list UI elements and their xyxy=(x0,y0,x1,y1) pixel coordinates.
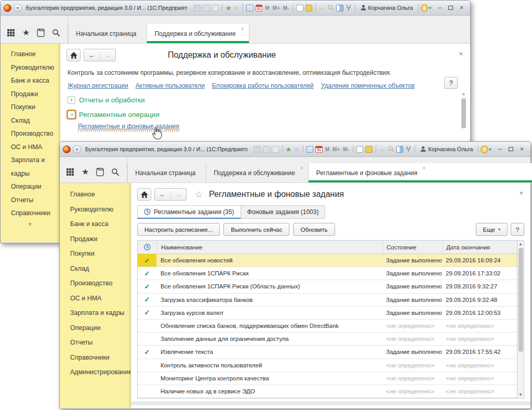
sidebar-item[interactable]: Руководителю xyxy=(1,61,60,75)
job-state-cell[interactable]: Задание выполнено xyxy=(383,297,443,303)
sidebar-item[interactable]: Администрирование xyxy=(60,365,130,380)
job-name-cell[interactable]: Все обновления 1СПАРК Риски (Область дан… xyxy=(156,283,383,289)
job-state-cell[interactable]: Задание выполнено xyxy=(383,257,443,263)
memory-m-button[interactable]: M xyxy=(325,147,330,152)
section-expand-button[interactable]: › xyxy=(68,96,75,104)
help-button[interactable]: ? xyxy=(511,223,524,236)
page-close-icon[interactable]: × xyxy=(459,50,463,58)
job-name-cell[interactable]: Контроль активности пользователей xyxy=(156,362,383,368)
sidebar-item[interactable]: Справочники xyxy=(60,350,130,365)
job-state-cell[interactable]: <не определено> xyxy=(383,362,443,368)
home-button[interactable] xyxy=(66,49,81,61)
window-tab[interactable]: Регламентные и фоновые задания × xyxy=(308,163,532,182)
job-date-cell[interactable]: <не определено> xyxy=(443,362,517,368)
main-menu-icon[interactable] xyxy=(66,167,74,177)
table-row[interactable]: ✓ Извлечение текста Задание выполнено 29… xyxy=(138,346,517,359)
memory-m-plus-button[interactable]: M+ xyxy=(332,147,340,152)
job-date-cell[interactable]: <не определено> xyxy=(443,323,517,329)
section-label[interactable]: Регламентные операции xyxy=(79,111,159,118)
refresh-button[interactable]: Обновить xyxy=(293,223,335,236)
sidebar-item[interactable]: Операции xyxy=(60,321,130,336)
sidebar-item[interactable]: Руководителю xyxy=(60,202,130,217)
sidebar-item[interactable]: Главное xyxy=(60,187,130,202)
table-row[interactable]: ✓ Все обновления новостей Задание выполн… xyxy=(138,254,517,267)
calculator-icon[interactable] xyxy=(307,146,313,153)
job-name-cell[interactable]: Мониторинг Центра контроля качества xyxy=(156,375,383,381)
sidebar-item[interactable]: Склад xyxy=(1,114,60,128)
job-state-cell[interactable]: <не определено> xyxy=(383,388,443,394)
sidebar-item[interactable]: Зарплата и кадры xyxy=(1,154,60,180)
table-row[interactable]: ✓ Загрузка классификатора банков Задание… xyxy=(138,294,517,307)
sidebar-item[interactable]: Банк и касса xyxy=(60,217,130,232)
back-arrow-icon[interactable]: ← xyxy=(84,51,100,59)
sidebar-item[interactable]: Покупки xyxy=(1,101,60,114)
job-state-cell[interactable]: <не определено> xyxy=(383,375,443,381)
print-icon[interactable] xyxy=(203,5,209,11)
1c-app-icon[interactable] xyxy=(63,146,71,153)
info-dropdown-icon[interactable]: ▾ xyxy=(429,6,431,10)
page-close-icon[interactable]: × xyxy=(519,189,523,197)
sidebar-item[interactable]: Операции xyxy=(1,180,60,194)
job-state-cell[interactable]: <не определено> xyxy=(383,336,443,342)
more-button[interactable]: Еще▾ xyxy=(476,223,508,236)
section-label[interactable]: Отчеты и обработки xyxy=(79,96,145,104)
sidebar-item[interactable]: Зарплата и кадры xyxy=(60,306,130,321)
table-row[interactable]: ✓ Все обновления 1СПАРК Риски (Область д… xyxy=(138,280,517,293)
titlebar-back[interactable]: ▾ Бухгалтерия предприятия, редакция 3.0 … xyxy=(1,1,470,16)
window-tab[interactable]: Поддержка и обслуживание × xyxy=(206,163,309,182)
job-date-cell[interactable]: <не определено> xyxy=(443,336,517,342)
main-menu-icon[interactable] xyxy=(7,28,15,38)
favorites-panel-icon[interactable]: ★ xyxy=(22,28,30,38)
job-name-cell[interactable]: Загрузка курсов валют xyxy=(156,310,383,316)
current-user[interactable]: Корчагина Ольга xyxy=(420,146,473,152)
memory-m-button[interactable]: M xyxy=(264,5,270,11)
home-button[interactable] xyxy=(137,188,151,201)
status-column-header[interactable] xyxy=(138,241,156,254)
print-icon[interactable] xyxy=(263,146,270,153)
job-date-cell[interactable]: <не определено> xyxy=(443,375,517,381)
system-menu-dropdown[interactable]: ▾ xyxy=(14,4,22,12)
table-header[interactable]: Наименование Состояние Дата окончания xyxy=(138,241,517,254)
history-nav-buttons[interactable]: ← → xyxy=(84,49,116,61)
scroll-thumb[interactable] xyxy=(518,248,523,352)
save-icon[interactable] xyxy=(254,146,260,153)
info-button[interactable]: i xyxy=(421,4,428,12)
sidebar-item[interactable]: ОС и НМА xyxy=(60,291,130,306)
calendar-icon[interactable]: 31 xyxy=(315,146,322,153)
info-dropdown-icon[interactable]: ▾ xyxy=(489,147,491,152)
job-name-cell[interactable]: Все обновления новостей xyxy=(156,257,383,263)
close-window-button[interactable]: × xyxy=(516,145,527,153)
sidebar-item[interactable]: Покупки xyxy=(60,246,130,261)
save-icon[interactable] xyxy=(194,5,201,11)
favorites-icon[interactable]: ★ xyxy=(234,5,240,11)
job-date-cell[interactable]: 29.09.2016 12:00:53 xyxy=(443,310,517,316)
forward-arrow-icon[interactable]: → xyxy=(170,191,187,199)
configure-schedule-button[interactable]: Настроить расписание... xyxy=(137,223,220,236)
settings-wrench-icon[interactable] xyxy=(405,146,411,153)
sidebar-item[interactable]: Продажи xyxy=(1,88,60,101)
job-name-cell[interactable]: Загрузка классификатора банков xyxy=(156,297,383,303)
job-name-cell[interactable]: Наличие новых эд в сервисе ЭДО xyxy=(156,388,383,394)
job-date-cell[interactable]: 29.09.2016 9:32:27 xyxy=(443,283,517,289)
add-favorite-icon[interactable]: ★ xyxy=(225,5,232,11)
sidebar-item[interactable]: Отчеты xyxy=(1,194,60,207)
window-tab[interactable]: Поддержка и обслуживание × xyxy=(147,24,249,43)
history-icon[interactable] xyxy=(96,167,104,177)
maximize-button[interactable] xyxy=(506,145,516,153)
print-preview-icon[interactable] xyxy=(272,146,278,153)
calendar-icon[interactable]: 31 xyxy=(256,5,262,11)
maximize-button[interactable] xyxy=(445,4,456,12)
job-state-cell[interactable]: Задание выполнено xyxy=(383,349,443,355)
new-document-icon[interactable] xyxy=(296,5,303,11)
job-date-cell[interactable]: 29.09.2016 17:33:02 xyxy=(443,270,517,276)
search-icon[interactable] xyxy=(52,28,60,38)
table-row[interactable]: ✓ Загрузка курсов валют Задание выполнен… xyxy=(138,307,517,320)
job-state-cell[interactable]: Задание выполнено xyxy=(383,270,443,276)
date-column-header[interactable]: Дата окончания xyxy=(443,241,517,254)
minimize-button[interactable]: − xyxy=(495,145,506,153)
open-file-icon[interactable] xyxy=(365,146,372,153)
sidebar-item[interactable]: Производство xyxy=(60,276,130,291)
job-state-cell[interactable]: <не определено> xyxy=(383,323,443,329)
go-back-icon[interactable]: ← xyxy=(319,5,325,11)
job-state-cell[interactable]: Задание выполнено xyxy=(383,310,443,316)
